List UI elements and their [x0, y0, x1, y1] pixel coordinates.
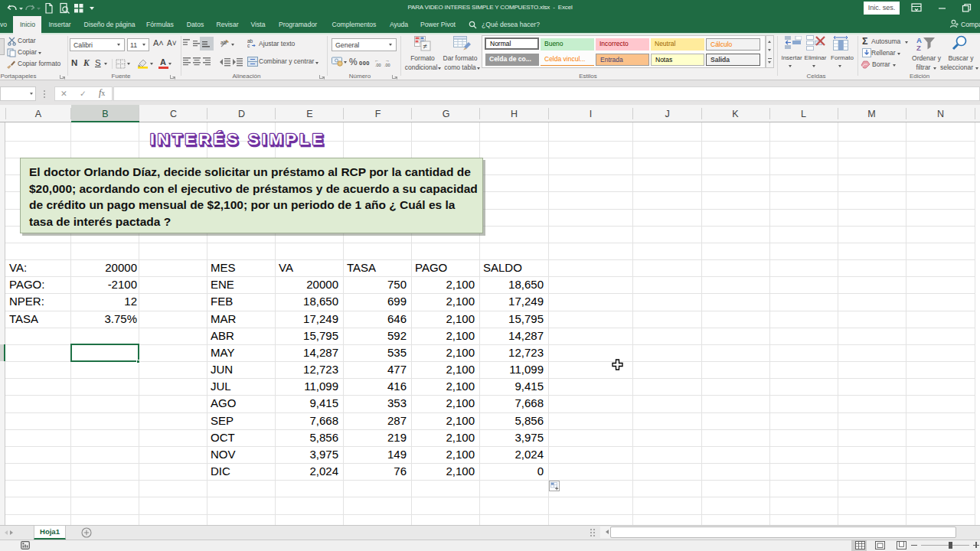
- svg-text:.00: .00: [375, 63, 381, 67]
- svg-text:.00: .00: [384, 63, 390, 67]
- svg-text:≠: ≠: [423, 42, 428, 51]
- svg-text:ab: ab: [220, 40, 227, 45]
- svg-text:c: c: [247, 43, 250, 48]
- svg-text:INTERÉS SIMPLE: INTERÉS SIMPLE: [150, 130, 326, 148]
